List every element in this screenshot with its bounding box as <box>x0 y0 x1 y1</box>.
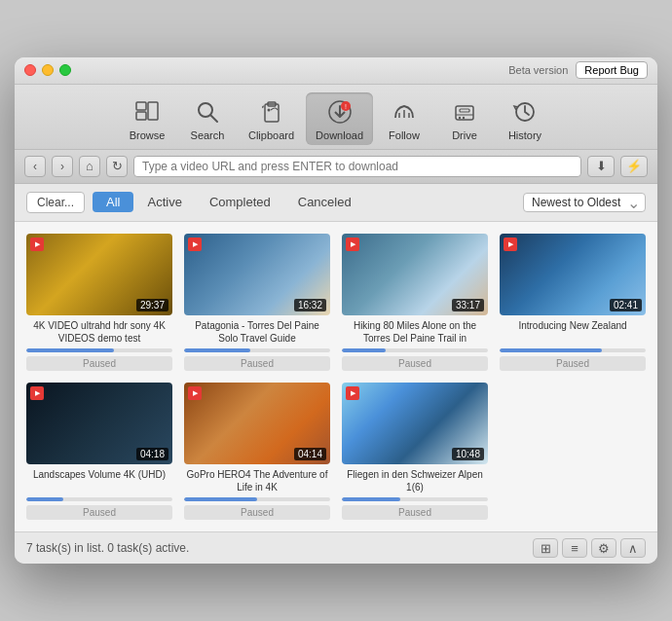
content-area: 29:37 4K VIDEO ultrahd hdr sony 4K VIDEO… <box>15 222 657 532</box>
play-icon <box>504 237 517 251</box>
duration-badge: 16:32 <box>294 299 326 311</box>
home-button[interactable]: ⌂ <box>79 156 100 177</box>
progress-bar <box>184 497 330 501</box>
traffic-lights <box>24 64 71 76</box>
video-thumbnail[interactable]: 16:32 <box>184 234 330 315</box>
progress-bar <box>500 348 646 352</box>
status-badge: Paused <box>500 356 646 371</box>
svg-point-17 <box>459 116 461 118</box>
toolbar-drive[interactable]: Drive <box>435 92 494 145</box>
play-icon <box>188 386 202 400</box>
download-label: Download <box>316 129 363 141</box>
progress-bar <box>184 348 330 352</box>
tab-completed[interactable]: Completed <box>196 192 284 212</box>
video-thumbnail[interactable]: 29:37 <box>26 234 172 315</box>
grid-view-button[interactable]: ⊞ <box>533 538 558 558</box>
video-title: GoPro HERO4 The Adventure of Life in 4K <box>184 468 330 493</box>
video-title: Fliegen in den Schweizer Alpen 1(6) <box>342 468 488 493</box>
toolbar-search[interactable]: Search <box>178 92 237 145</box>
toolbar-browse[interactable]: Browse <box>118 92 176 145</box>
video-title: Landscapes Volume 4K (UHD) <box>26 468 172 493</box>
play-icon <box>30 386 44 400</box>
follow-icon <box>389 96 420 128</box>
filter-bar: Clear... All Active Completed Canceled N… <box>15 184 657 222</box>
video-title: 4K VIDEO ultrahd hdr sony 4K VIDEOS demo… <box>26 319 172 345</box>
progress-bar-fill <box>500 348 602 352</box>
progress-bar-fill <box>26 348 114 352</box>
browse-label: Browse <box>130 129 166 141</box>
maximize-button[interactable] <box>59 64 71 76</box>
titlebar: Beta version Report Bug <box>15 57 657 85</box>
list-item: 02:41 Introducing New Zealand Paused <box>500 234 646 371</box>
download-icon: ! <box>324 96 355 128</box>
tab-active[interactable]: Active <box>133 192 195 212</box>
clear-button[interactable]: Clear... <box>26 192 85 213</box>
toolbar-buttons: Browse Search Clipboard ! Download <box>15 92 657 145</box>
nav-bar: ‹ › ⌂ ↻ ⬇ ⚡ <box>15 150 657 184</box>
duration-badge: 10:48 <box>452 448 484 460</box>
download-now-button[interactable]: ⬇ <box>587 156 615 177</box>
search-label: Search <box>191 129 225 141</box>
progress-bar-fill <box>342 348 386 352</box>
url-input[interactable] <box>133 156 581 177</box>
play-icon <box>30 237 44 251</box>
report-bug-button[interactable]: Report Bug <box>576 61 648 79</box>
drive-icon <box>449 96 480 128</box>
video-thumbnail[interactable]: 10:48 <box>342 383 488 464</box>
status-badge: Paused <box>184 505 330 520</box>
toolbar-clipboard[interactable]: Clipboard <box>239 92 304 145</box>
lightning-button[interactable]: ⚡ <box>620 156 648 177</box>
svg-rect-0 <box>136 102 146 110</box>
history-icon <box>509 96 541 128</box>
progress-bar-fill <box>26 497 63 501</box>
forward-button[interactable]: › <box>52 156 73 177</box>
toolbar: Browse Search Clipboard ! Download <box>15 85 657 150</box>
play-icon <box>346 237 359 251</box>
progress-bar <box>342 348 488 352</box>
duration-badge: 04:18 <box>136 448 168 460</box>
list-view-button[interactable]: ≡ <box>562 538 587 558</box>
progress-bar-fill <box>342 497 400 501</box>
sort-select[interactable]: Newest to Oldest Oldest to Newest Name A… <box>523 193 646 212</box>
status-badge: Paused <box>184 356 330 371</box>
tab-all[interactable]: All <box>93 192 133 212</box>
duration-badge: 04:14 <box>294 448 326 460</box>
video-grid: 29:37 4K VIDEO ultrahd hdr sony 4K VIDEO… <box>26 234 646 521</box>
tab-canceled[interactable]: Canceled <box>284 192 365 212</box>
video-thumbnail[interactable]: 33:17 <box>342 234 488 315</box>
minimize-button[interactable] <box>42 64 54 76</box>
clipboard-label: Clipboard <box>248 129 294 141</box>
video-title: Patagonia - Torres Del Paine Solo Travel… <box>184 319 330 345</box>
sort-select-container: Newest to Oldest Oldest to Newest Name A… <box>523 193 646 212</box>
collapse-button[interactable]: ∧ <box>620 538 646 558</box>
toolbar-follow[interactable]: Follow <box>375 92 433 145</box>
bottom-actions: ⊞ ≡ ⚙ ∧ <box>533 538 646 558</box>
refresh-button[interactable]: ↻ <box>106 156 128 177</box>
svg-rect-19 <box>460 109 469 112</box>
video-thumbnail[interactable]: 04:18 <box>26 383 172 464</box>
settings-button[interactable]: ⚙ <box>591 538 616 558</box>
duration-badge: 29:37 <box>136 299 168 311</box>
play-icon <box>188 237 202 251</box>
svg-rect-2 <box>148 102 158 120</box>
progress-bar <box>26 348 172 352</box>
status-badge: Paused <box>26 356 172 371</box>
video-thumbnail[interactable]: 02:41 <box>500 234 646 315</box>
svg-text:!: ! <box>345 103 347 110</box>
status-badge: Paused <box>26 505 172 520</box>
back-button[interactable]: ‹ <box>24 156 46 177</box>
progress-bar <box>342 497 488 501</box>
toolbar-download[interactable]: ! Download <box>306 92 373 145</box>
video-thumbnail[interactable]: 04:14 <box>184 383 330 464</box>
toolbar-history[interactable]: History <box>496 92 554 145</box>
follow-label: Follow <box>389 129 420 141</box>
browse-icon <box>131 96 163 128</box>
video-title: Introducing New Zealand <box>500 319 646 345</box>
list-item: 16:32 Patagonia - Torres Del Paine Solo … <box>184 234 330 371</box>
clipboard-icon <box>256 96 287 128</box>
list-item: 33:17 Hiking 80 Miles Alone on the Torre… <box>342 234 488 371</box>
filter-tabs: All Active Completed Canceled <box>93 192 365 212</box>
status-badge: Paused <box>342 356 488 371</box>
svg-point-7 <box>267 108 270 111</box>
close-button[interactable] <box>24 64 36 76</box>
